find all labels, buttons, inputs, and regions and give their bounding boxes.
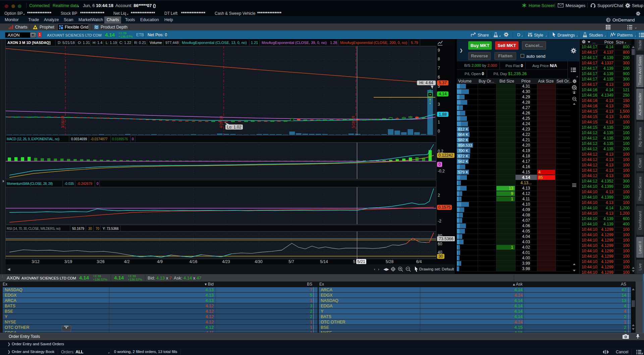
svg-text:9: 9 <box>438 48 440 53</box>
svg-text:Volume: Volume <box>150 41 162 45</box>
svg-text:977,448: 977,448 <box>165 41 179 45</box>
svg-text:3/26: 3/26 <box>97 259 105 264</box>
svg-text:-0.2: -0.2 <box>438 169 445 173</box>
svg-text:30: 30 <box>88 227 92 231</box>
svg-text:-0.035: -0.035 <box>64 182 74 186</box>
svg-text:RSI (14, 70, 30, CLOSE, WILDER: RSI (14, 70, 30, CLOSE, WILDERS, no) <box>7 227 60 231</box>
svg-text:0: 0 <box>132 137 134 141</box>
svg-text:4/16: 4/16 <box>190 259 198 264</box>
svg-text:73.5366: 73.5366 <box>439 237 453 241</box>
svg-text:4/23: 4/23 <box>222 259 230 264</box>
svg-text:0: 0 <box>438 129 440 134</box>
svg-text:O: 1.31: O: 1.31 <box>78 41 90 45</box>
svg-text:0.0189576: 0.0189576 <box>112 137 128 141</box>
svg-text:0: 0 <box>438 162 441 167</box>
svg-text:5/18/18: 5/18/18 <box>351 116 355 128</box>
svg-text:0.12242: 0.12242 <box>438 153 453 158</box>
svg-text:0.1575: 0.1575 <box>438 205 451 210</box>
svg-text:1: 1 <box>438 120 440 124</box>
svg-text:-2: -2 <box>438 219 441 223</box>
svg-text:L: 1.19: L: 1.19 <box>106 41 117 45</box>
svg-text:Hi: 4.64: Hi: 4.64 <box>419 81 433 85</box>
svg-text:-0.242679: -0.242679 <box>77 182 92 186</box>
svg-text:5/28: 5/28 <box>386 259 394 264</box>
svg-text:5.79: 5.79 <box>411 41 418 45</box>
svg-text:3/12: 3/12 <box>32 259 40 264</box>
svg-text:6: 6 <box>438 75 440 80</box>
svg-text:60: 60 <box>438 242 442 246</box>
svg-text:3/19: 3/19 <box>64 259 72 264</box>
svg-text:Lo: 1.02: Lo: 1.02 <box>227 125 241 130</box>
svg-text:‹: ‹ <box>374 267 375 271</box>
svg-text:5.37: 5.37 <box>439 81 447 85</box>
svg-text:5/14: 5/14 <box>320 259 328 264</box>
svg-text:›: › <box>378 267 379 271</box>
svg-text:◀▶: ◀▶ <box>383 267 389 271</box>
svg-text:5/7: 5/7 <box>288 259 294 264</box>
svg-text:◀: ◀ <box>7 267 10 271</box>
svg-text:30: 30 <box>438 254 443 259</box>
svg-text:50.1679: 50.1679 <box>72 227 85 231</box>
svg-text:MovAvgExponential (CLOSE, 13,: MovAvgExponential (CLOSE, 13, 0, no) <box>182 41 247 45</box>
svg-text:H: 1.4: H: 1.4 <box>93 41 102 45</box>
svg-text:8: 8 <box>438 57 440 61</box>
svg-text:0.0014699: 0.0014699 <box>71 137 87 141</box>
svg-text:R: 0.21: R: 0.21 <box>134 41 146 45</box>
svg-text:4.14: 4.14 <box>439 92 447 96</box>
svg-text:5/21: 5/21 <box>357 259 365 264</box>
svg-text:1.88: 1.88 <box>439 112 447 117</box>
svg-text:4/9: 4/9 <box>157 259 163 264</box>
svg-text:-0.0174877: -0.0174877 <box>91 137 108 141</box>
svg-text:4/2: 4/2 <box>124 259 130 264</box>
svg-text:1.21: 1.21 <box>251 41 258 45</box>
svg-text:D: 5/21/18: D: 5/21/18 <box>58 41 75 45</box>
svg-text:MovAvgExponential (CLOSE, 200,: MovAvgExponential (CLOSE, 200, 0, no) <box>340 41 407 45</box>
svg-text:1.28: 1.28 <box>330 41 337 45</box>
svg-text:2: 2 <box>438 193 440 198</box>
svg-text:C: 1.22: C: 1.22 <box>119 41 131 45</box>
svg-text:MACD (12, 26, 9, EXPONENTIAL,: MACD (12, 26, 9, EXPONENTIAL, no) <box>7 137 59 141</box>
svg-text:MovAvgExponential (CLOSE, 39,: MovAvgExponential (CLOSE, 39, 0, no) <box>262 41 327 45</box>
svg-text:4/30: 4/30 <box>255 259 263 264</box>
svg-text:70: 70 <box>96 227 100 231</box>
svg-text:Y: 73.5366: Y: 73.5366 <box>103 227 119 231</box>
svg-text:5: 5 <box>353 259 356 264</box>
svg-text:0: 0 <box>97 182 99 186</box>
svg-text:4/20/18: 4/20/18 <box>219 116 223 128</box>
svg-text:7: 7 <box>438 66 440 70</box>
svg-text:3/16/18: 3/16/18 <box>61 116 65 128</box>
svg-text:MomentumSMA (CLOSE, 28, 28): MomentumSMA (CLOSE, 28, 28) <box>7 182 53 186</box>
svg-text:3: 3 <box>438 102 440 107</box>
svg-text:AXON 3 M 1D [NASDAQ]: AXON 3 M 1D [NASDAQ] <box>7 41 51 45</box>
svg-text:6/4: 6/4 <box>416 259 422 264</box>
svg-text:Drawing set: Default: Drawing set: Default <box>419 267 454 271</box>
